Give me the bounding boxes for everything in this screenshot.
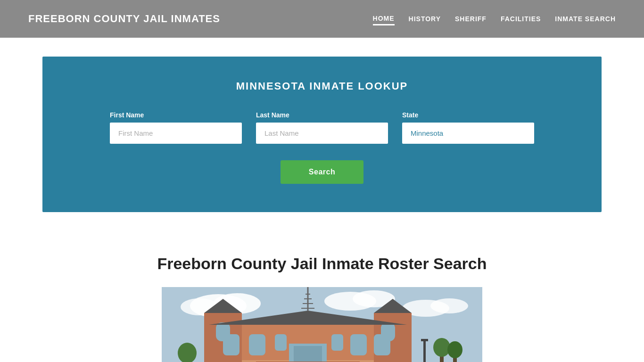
svg-rect-26 — [331, 334, 343, 351]
building-image — [162, 287, 482, 362]
building-illustration — [162, 287, 482, 362]
svg-point-39 — [447, 341, 462, 358]
first-name-group: First Name — [110, 111, 242, 144]
svg-point-7 — [430, 298, 468, 313]
svg-rect-40 — [423, 339, 426, 362]
nav-item-sheriff[interactable]: SHERIFF — [455, 13, 487, 25]
svg-rect-27 — [350, 334, 367, 355]
nav-item-home[interactable]: HOME — [373, 13, 395, 25]
page-heading: Freeborn County Jail Inmate Roster Searc… — [42, 255, 602, 273]
state-input[interactable] — [402, 123, 534, 144]
svg-rect-22 — [294, 346, 322, 362]
search-button-wrapper: Search — [71, 160, 573, 184]
search-section: MINNESOTA INMATE LOOKUP First Name Last … — [42, 57, 602, 212]
main-content: Freeborn County Jail Inmate Roster Searc… — [0, 231, 644, 362]
svg-point-37 — [433, 338, 450, 357]
svg-rect-25 — [275, 334, 287, 351]
svg-rect-41 — [421, 339, 428, 341]
navigation: HOME HISTORY SHERIFF FACILITIES INMATE S… — [373, 13, 616, 25]
first-name-input[interactable] — [110, 123, 242, 144]
last-name-label: Last Name — [256, 111, 388, 119]
header: FREEBORN COUNTY JAIL INMATES HOME HISTOR… — [0, 0, 644, 38]
svg-rect-24 — [249, 334, 265, 355]
state-label: State — [402, 111, 534, 119]
nav-item-history[interactable]: HISTORY — [409, 13, 441, 25]
svg-rect-23 — [223, 334, 239, 355]
nav-item-facilities[interactable]: FACILITIES — [501, 13, 541, 25]
last-name-group: Last Name — [256, 111, 388, 144]
state-group: State — [402, 111, 534, 144]
last-name-input[interactable] — [256, 123, 388, 144]
search-section-title: MINNESOTA INMATE LOOKUP — [71, 80, 573, 92]
first-name-label: First Name — [110, 111, 242, 119]
svg-rect-28 — [374, 334, 390, 355]
site-title: FREEBORN COUNTY JAIL INMATES — [28, 13, 220, 25]
search-fields: First Name Last Name State — [71, 111, 573, 144]
nav-item-inmate-search[interactable]: INMATE SEARCH — [555, 13, 616, 25]
search-button[interactable]: Search — [281, 160, 363, 184]
